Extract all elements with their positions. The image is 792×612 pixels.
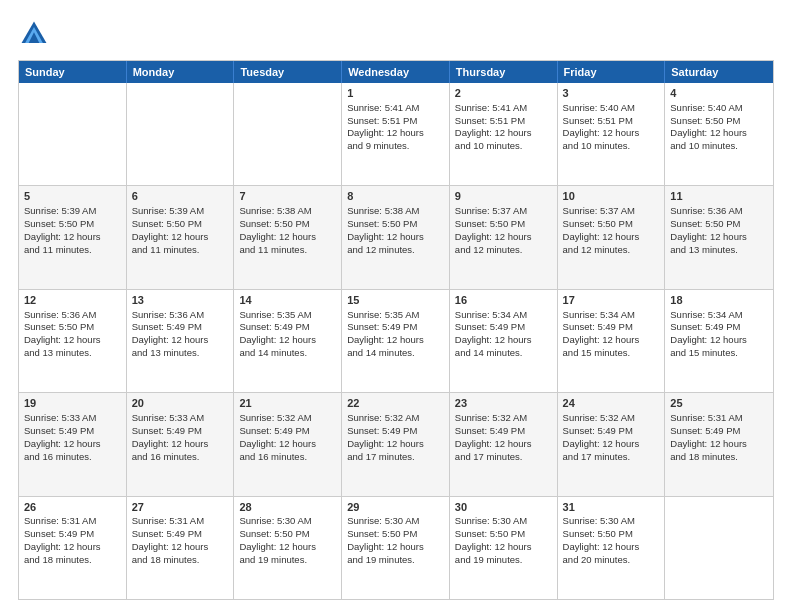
day-info-line: Daylight: 12 hours: [670, 438, 768, 451]
day-cell-27: 27Sunrise: 5:31 AMSunset: 5:49 PMDayligh…: [127, 497, 235, 599]
day-info-line: Sunrise: 5:32 AM: [347, 412, 444, 425]
day-info-line: Sunrise: 5:33 AM: [24, 412, 121, 425]
day-info-line: Sunrise: 5:35 AM: [239, 309, 336, 322]
day-info-line: Sunset: 5:49 PM: [132, 528, 229, 541]
day-info-line: Sunrise: 5:41 AM: [455, 102, 552, 115]
day-number: 14: [239, 293, 336, 308]
weekday-header-tuesday: Tuesday: [234, 61, 342, 83]
day-info-line: Daylight: 12 hours: [563, 438, 660, 451]
empty-cell-0-2: [234, 83, 342, 185]
empty-cell-0-1: [127, 83, 235, 185]
day-info-line: Sunset: 5:50 PM: [455, 528, 552, 541]
day-info-line: Sunset: 5:49 PM: [455, 321, 552, 334]
day-info-line: Sunset: 5:50 PM: [24, 321, 121, 334]
day-info-line: and 10 minutes.: [563, 140, 660, 153]
day-info-line: Sunset: 5:49 PM: [239, 425, 336, 438]
day-cell-8: 8Sunrise: 5:38 AMSunset: 5:50 PMDaylight…: [342, 186, 450, 288]
day-info-line: and 14 minutes.: [239, 347, 336, 360]
day-number: 13: [132, 293, 229, 308]
day-info-line: Daylight: 12 hours: [132, 334, 229, 347]
day-info-line: Sunset: 5:50 PM: [670, 115, 768, 128]
day-cell-29: 29Sunrise: 5:30 AMSunset: 5:50 PMDayligh…: [342, 497, 450, 599]
day-info-line: Daylight: 12 hours: [563, 541, 660, 554]
day-info-line: Daylight: 12 hours: [347, 231, 444, 244]
weekday-header-sunday: Sunday: [19, 61, 127, 83]
day-info-line: Daylight: 12 hours: [24, 334, 121, 347]
day-info-line: Sunrise: 5:31 AM: [132, 515, 229, 528]
day-number: 7: [239, 189, 336, 204]
day-number: 21: [239, 396, 336, 411]
day-info-line: Daylight: 12 hours: [347, 334, 444, 347]
day-info-line: Daylight: 12 hours: [670, 127, 768, 140]
day-info-line: and 20 minutes.: [563, 554, 660, 567]
day-info-line: Sunrise: 5:31 AM: [670, 412, 768, 425]
weekday-header-friday: Friday: [558, 61, 666, 83]
day-info-line: Sunrise: 5:34 AM: [563, 309, 660, 322]
day-cell-26: 26Sunrise: 5:31 AMSunset: 5:49 PMDayligh…: [19, 497, 127, 599]
day-info-line: and 14 minutes.: [455, 347, 552, 360]
day-cell-7: 7Sunrise: 5:38 AMSunset: 5:50 PMDaylight…: [234, 186, 342, 288]
day-info-line: Sunset: 5:49 PM: [563, 425, 660, 438]
day-number: 28: [239, 500, 336, 515]
day-number: 23: [455, 396, 552, 411]
day-cell-19: 19Sunrise: 5:33 AMSunset: 5:49 PMDayligh…: [19, 393, 127, 495]
day-info-line: Sunrise: 5:38 AM: [239, 205, 336, 218]
day-cell-28: 28Sunrise: 5:30 AMSunset: 5:50 PMDayligh…: [234, 497, 342, 599]
day-info-line: Sunset: 5:51 PM: [347, 115, 444, 128]
day-info-line: Daylight: 12 hours: [455, 231, 552, 244]
day-info-line: Sunset: 5:50 PM: [563, 218, 660, 231]
day-number: 31: [563, 500, 660, 515]
calendar-body: 1Sunrise: 5:41 AMSunset: 5:51 PMDaylight…: [19, 83, 773, 599]
day-info-line: Sunrise: 5:34 AM: [670, 309, 768, 322]
day-info-line: Sunset: 5:50 PM: [455, 218, 552, 231]
day-number: 18: [670, 293, 768, 308]
day-cell-17: 17Sunrise: 5:34 AMSunset: 5:49 PMDayligh…: [558, 290, 666, 392]
day-info-line: and 18 minutes.: [132, 554, 229, 567]
day-number: 26: [24, 500, 121, 515]
day-info-line: Sunset: 5:50 PM: [132, 218, 229, 231]
day-info-line: Sunset: 5:49 PM: [132, 321, 229, 334]
day-cell-1: 1Sunrise: 5:41 AMSunset: 5:51 PMDaylight…: [342, 83, 450, 185]
day-cell-15: 15Sunrise: 5:35 AMSunset: 5:49 PMDayligh…: [342, 290, 450, 392]
day-info-line: Sunset: 5:50 PM: [239, 528, 336, 541]
day-cell-11: 11Sunrise: 5:36 AMSunset: 5:50 PMDayligh…: [665, 186, 773, 288]
day-info-line: Daylight: 12 hours: [347, 127, 444, 140]
calendar-row-4: 26Sunrise: 5:31 AMSunset: 5:49 PMDayligh…: [19, 496, 773, 599]
day-cell-23: 23Sunrise: 5:32 AMSunset: 5:49 PMDayligh…: [450, 393, 558, 495]
day-number: 16: [455, 293, 552, 308]
day-info-line: Sunset: 5:50 PM: [347, 528, 444, 541]
day-number: 10: [563, 189, 660, 204]
calendar-row-3: 19Sunrise: 5:33 AMSunset: 5:49 PMDayligh…: [19, 392, 773, 495]
day-info-line: Sunset: 5:49 PM: [347, 321, 444, 334]
day-cell-21: 21Sunrise: 5:32 AMSunset: 5:49 PMDayligh…: [234, 393, 342, 495]
day-info-line: Sunset: 5:49 PM: [670, 321, 768, 334]
day-number: 4: [670, 86, 768, 101]
day-info-line: and 13 minutes.: [132, 347, 229, 360]
calendar-row-1: 5Sunrise: 5:39 AMSunset: 5:50 PMDaylight…: [19, 185, 773, 288]
day-cell-6: 6Sunrise: 5:39 AMSunset: 5:50 PMDaylight…: [127, 186, 235, 288]
day-info-line: Sunrise: 5:36 AM: [24, 309, 121, 322]
day-info-line: and 11 minutes.: [132, 244, 229, 257]
calendar-row-0: 1Sunrise: 5:41 AMSunset: 5:51 PMDaylight…: [19, 83, 773, 185]
day-info-line: and 9 minutes.: [347, 140, 444, 153]
day-info-line: and 15 minutes.: [563, 347, 660, 360]
day-info-line: Sunset: 5:49 PM: [239, 321, 336, 334]
day-info-line: Sunset: 5:50 PM: [563, 528, 660, 541]
day-info-line: and 10 minutes.: [455, 140, 552, 153]
day-cell-22: 22Sunrise: 5:32 AMSunset: 5:49 PMDayligh…: [342, 393, 450, 495]
calendar-row-2: 12Sunrise: 5:36 AMSunset: 5:50 PMDayligh…: [19, 289, 773, 392]
day-info-line: Sunset: 5:49 PM: [24, 528, 121, 541]
day-info-line: Sunrise: 5:30 AM: [563, 515, 660, 528]
day-cell-16: 16Sunrise: 5:34 AMSunset: 5:49 PMDayligh…: [450, 290, 558, 392]
weekday-header-saturday: Saturday: [665, 61, 773, 83]
day-info-line: Sunrise: 5:33 AM: [132, 412, 229, 425]
day-info-line: Sunrise: 5:30 AM: [239, 515, 336, 528]
day-info-line: Daylight: 12 hours: [563, 127, 660, 140]
day-cell-24: 24Sunrise: 5:32 AMSunset: 5:49 PMDayligh…: [558, 393, 666, 495]
day-cell-3: 3Sunrise: 5:40 AMSunset: 5:51 PMDaylight…: [558, 83, 666, 185]
day-info-line: Sunrise: 5:39 AM: [132, 205, 229, 218]
day-info-line: Daylight: 12 hours: [347, 438, 444, 451]
day-info-line: Daylight: 12 hours: [239, 334, 336, 347]
day-info-line: Sunset: 5:49 PM: [670, 425, 768, 438]
day-number: 5: [24, 189, 121, 204]
